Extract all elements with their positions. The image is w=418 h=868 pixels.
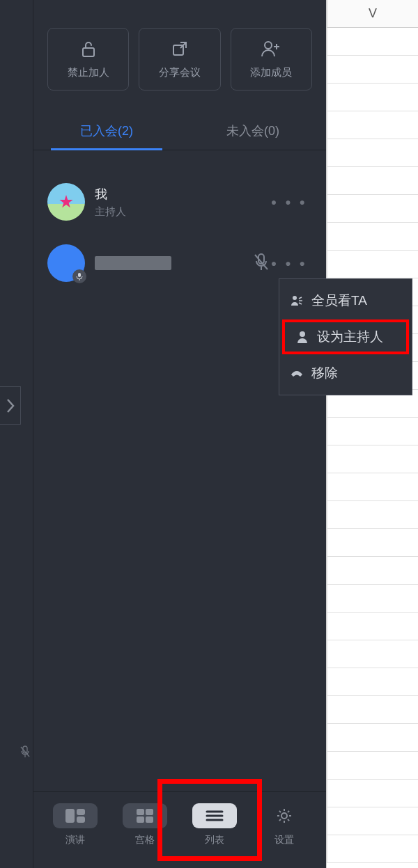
top-actions: 禁止加人 分享会议 添加成员: [33, 0, 326, 104]
svg-rect-6: [65, 809, 75, 823]
spreadsheet-cell[interactable]: [327, 780, 418, 807]
svg-point-17: [293, 296, 297, 300]
menu-make-host[interactable]: 设为主持人: [282, 319, 409, 354]
spreadsheet-cell[interactable]: [327, 111, 418, 139]
spreadsheet-cell[interactable]: [327, 529, 418, 557]
speaker-view-icon: [53, 803, 98, 828]
avatar-image-icon: [59, 195, 73, 209]
add-person-icon: [261, 40, 281, 58]
tab-joined-label: 已入会(2): [80, 123, 133, 139]
spreadsheet-cell[interactable]: [327, 696, 418, 724]
svg-rect-9: [137, 809, 144, 815]
menu-make-host-label: 设为主持人: [317, 328, 383, 346]
spreadsheet-cell[interactable]: [327, 28, 418, 56]
mic-muted-small-icon: [20, 745, 31, 758]
share-meeting-label: 分享会议: [159, 66, 201, 79]
view-list-label: 列表: [205, 834, 224, 846]
grid-view-icon: [123, 803, 167, 828]
expand-handle[interactable]: [0, 386, 21, 425]
svg-point-3: [265, 42, 272, 49]
svg-rect-4: [78, 273, 81, 277]
mic-badge-icon: [72, 269, 86, 283]
svg-rect-10: [146, 809, 153, 815]
spreadsheet-cell[interactable]: [327, 585, 418, 613]
avatar: [47, 183, 85, 221]
avatar: [47, 244, 85, 282]
chevron-right-icon: [6, 397, 15, 414]
spreadsheet-cell[interactable]: [327, 752, 418, 780]
spreadsheet-cell[interactable]: [327, 139, 418, 167]
spreadsheet-cell[interactable]: [327, 501, 418, 529]
lock-meeting-label: 禁止加人: [68, 66, 109, 79]
svg-point-16: [281, 813, 287, 819]
share-meeting-button[interactable]: 分享会议: [139, 28, 220, 90]
hangup-icon: [289, 369, 304, 377]
gear-icon: [262, 803, 307, 828]
spreadsheet-cell[interactable]: [327, 56, 418, 84]
member-context-menu: 全员看TA 设为主持人 移除: [279, 278, 412, 395]
participants-panel: 禁止加人 分享会议 添加成员 已入会(2) 未入会(0): [33, 0, 326, 868]
svg-rect-11: [137, 816, 144, 823]
spreadsheet-cell[interactable]: [327, 557, 418, 585]
list-view-icon: [192, 803, 237, 828]
spreadsheet-cell[interactable]: [327, 724, 418, 752]
spreadsheet-cell[interactable]: [327, 640, 418, 668]
mic-muted-icon: [252, 253, 270, 274]
tab-not-joined[interactable]: 未入会(0): [180, 111, 326, 150]
view-list-button[interactable]: 列表: [183, 803, 246, 846]
svg-rect-8: [77, 816, 85, 823]
share-icon: [171, 40, 189, 58]
view-speaker-button[interactable]: 演讲: [44, 803, 107, 846]
menu-remove[interactable]: 移除: [279, 356, 412, 390]
spreadsheet-cell[interactable]: [327, 418, 418, 445]
spreadsheet-cell[interactable]: [327, 167, 418, 195]
member-row: 我 主持人 ● ● ●: [47, 171, 319, 232]
column-header[interactable]: V: [327, 0, 418, 28]
svg-point-18: [300, 331, 305, 337]
spreadsheet-cell[interactable]: [327, 223, 418, 251]
menu-remove-label: 移除: [311, 364, 338, 382]
spreadsheet-cell[interactable]: [327, 251, 418, 278]
unlock-icon: [79, 40, 98, 58]
add-member-label: 添加成员: [250, 66, 292, 79]
view-grid-label: 宫格: [135, 834, 155, 846]
menu-spotlight-label: 全员看TA: [311, 292, 367, 310]
view-speaker-label: 演讲: [65, 834, 85, 846]
spreadsheet-cell[interactable]: [327, 445, 418, 473]
spreadsheet-cell[interactable]: [327, 84, 418, 111]
spreadsheet-cell[interactable]: [327, 807, 418, 835]
tab-not-joined-label: 未入会(0): [226, 123, 279, 139]
settings-button[interactable]: 设置: [253, 803, 316, 846]
spreadsheet-cell[interactable]: [327, 613, 418, 640]
spotlight-icon: [289, 294, 304, 307]
spreadsheet-cell[interactable]: [327, 668, 418, 696]
add-member-button[interactable]: 添加成员: [231, 28, 312, 90]
view-grid-button[interactable]: 宫格: [114, 803, 176, 846]
svg-rect-1: [83, 48, 94, 56]
lock-meeting-button[interactable]: 禁止加人: [47, 28, 129, 90]
member-name-redacted: [95, 256, 171, 270]
svg-rect-12: [146, 816, 153, 823]
tab-joined[interactable]: 已入会(2): [33, 111, 180, 150]
member-more-button[interactable]: ● ● ●: [271, 196, 308, 207]
view-mode-bar: 演讲 宫格 列表 设置: [33, 791, 326, 868]
members-list: 我 主持人 ● ● ● ● ● ●: [33, 150, 326, 294]
column-letter: V: [369, 6, 377, 21]
spreadsheet-cell[interactable]: [327, 195, 418, 223]
spreadsheet-column: V: [326, 0, 418, 868]
participant-tabs: 已入会(2) 未入会(0): [33, 111, 326, 150]
spreadsheet-cell[interactable]: [327, 835, 418, 863]
person-icon: [295, 331, 310, 343]
spreadsheet-cell[interactable]: [327, 473, 418, 501]
settings-label: 设置: [274, 834, 294, 846]
menu-spotlight[interactable]: 全员看TA: [279, 283, 412, 318]
member-more-button[interactable]: ● ● ●: [271, 258, 308, 269]
left-strip: [0, 0, 33, 868]
svg-rect-7: [77, 809, 85, 815]
